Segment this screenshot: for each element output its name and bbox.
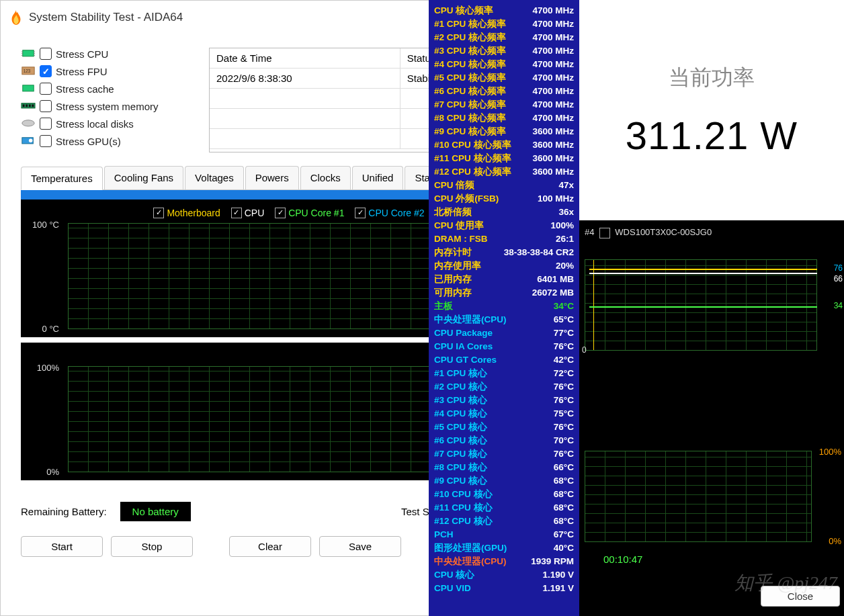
hwmon-row: #4 CPU 核心频率4700 MHz: [434, 58, 574, 71]
svg-point-17: [29, 139, 32, 142]
tab-voltages[interactable]: Voltages: [185, 166, 244, 189]
hwmon-row: CPU 使用率100%: [434, 219, 574, 232]
memory-icon: [21, 101, 36, 112]
window-title: System Stability Test - AIDA64: [29, 11, 183, 24]
hwmon-row: 内存计时38-38-38-84 CR2: [434, 246, 574, 259]
stress-cpu-label: Stress CPU: [56, 48, 108, 60]
stop-button[interactable]: Stop: [111, 536, 193, 557]
close-button[interactable]: Close: [761, 586, 840, 607]
svg-point-15: [22, 120, 34, 126]
tab-temperatures[interactable]: Temperatures: [21, 167, 103, 190]
rtick-66: 66: [834, 274, 843, 283]
hwmon-row: #6 CPU 核心频率4700 MHz: [434, 85, 574, 98]
stress-cache-label: Stress cache: [56, 83, 114, 95]
stress-memory-label: Stress system memory: [56, 101, 159, 112]
hwmon-row: CPU 外频(FSB)100 MHz: [434, 192, 574, 206]
stress-gpu-checkbox[interactable]: [40, 135, 52, 147]
hwmon-row: 内存使用率20%: [434, 259, 574, 273]
battery-value: No battery: [120, 502, 191, 521]
battery-label: Remaining Battery:: [21, 506, 107, 517]
hwmon-row: #5 CPU 核心76°C: [434, 421, 574, 434]
save-button[interactable]: Save: [319, 536, 401, 557]
stress-cpu-checkbox[interactable]: [40, 48, 52, 60]
hwmon-row: #5 CPU 核心频率4700 MHz: [434, 71, 574, 85]
elapsed-value: 00:10:47: [590, 549, 656, 569]
hwmon-row: #11 CPU 核心频率3600 MHz: [434, 152, 574, 165]
svg-rect-9: [23, 85, 34, 91]
legend-core1: CPU Core #1: [288, 208, 344, 218]
legend-ssd-checkbox[interactable]: [599, 228, 610, 238]
hwmon-row: 中央处理器(CPU)65°C: [434, 313, 574, 326]
tab-unified[interactable]: Unified: [352, 166, 404, 189]
right-chart-panel: #4 WDS100T3X0C-00SJG0 76 75 66 34 0 100%…: [579, 220, 844, 616]
tab-clocks[interactable]: Clocks: [300, 166, 351, 189]
legend-idx4: #4: [585, 227, 594, 237]
tab-cooling-fans[interactable]: Cooling Fans: [104, 166, 183, 189]
legend-cpu-checkbox[interactable]: [231, 208, 242, 218]
legend-ssd: WDS100T3X0C-00SJG0: [615, 227, 712, 237]
fpu-icon: 123: [21, 66, 36, 77]
ytick-0: 0 °C: [42, 324, 59, 334]
trace-yellow: [589, 269, 817, 270]
hwmon-row: #7 CPU 核心76°C: [434, 447, 574, 461]
stress-disk-checkbox[interactable]: [40, 118, 52, 130]
hwmon-row: 图形处理器(GPU)40°C: [434, 541, 574, 555]
th-datetime[interactable]: Date & Time: [210, 48, 400, 69]
rtick-0: 0: [582, 345, 587, 355]
svg-rect-3: [22, 55, 23, 56]
svg-rect-0: [23, 50, 34, 56]
ytick2-100: 100%: [37, 363, 59, 373]
power-panel: 当前功率 311.21 W: [579, 0, 844, 220]
legend-core1-checkbox[interactable]: [275, 208, 286, 218]
hwmon-row: #12 CPU 核心68°C: [434, 515, 574, 528]
stress-fpu-label: Stress FPU: [56, 66, 108, 77]
svg-rect-14: [32, 104, 34, 107]
r2tick-100: 100%: [819, 447, 841, 457]
hwmon-row: #2 CPU 核心76°C: [434, 380, 574, 394]
clear-button[interactable]: Clear: [229, 536, 311, 557]
stress-fpu-checkbox[interactable]: [40, 65, 52, 77]
legend-core2-checkbox[interactable]: [355, 208, 366, 218]
rtick-34: 34: [834, 301, 843, 310]
rtick-76: 76: [834, 263, 843, 273]
hwmon-row: #11 CPU 核心68°C: [434, 501, 574, 515]
hwmon-row: #2 CPU 核心频率4700 MHz: [434, 31, 574, 44]
hwmon-row: CPU Package77°C: [434, 326, 574, 340]
trace-white: [589, 273, 817, 274]
hwmon-row: DRAM : FSB26:1: [434, 232, 574, 246]
hwmon-row: #3 CPU 核心76°C: [434, 394, 574, 407]
hwmon-row: #4 CPU 核心75°C: [434, 407, 574, 421]
power-title: 当前功率: [669, 63, 755, 93]
svg-rect-4: [34, 52, 35, 52]
hwmon-row: #1 CPU 核心频率4700 MHz: [434, 17, 574, 31]
hwmon-row: 已用内存6401 MB: [434, 273, 574, 286]
hwmon-row: #9 CPU 核心频率3600 MHz: [434, 125, 574, 138]
svg-rect-11: [23, 104, 25, 107]
svg-rect-6: [34, 55, 35, 56]
hwmon-overlay: CPU 核心频率4700 MHz#1 CPU 核心频率4700 MHz#2 CP…: [429, 0, 579, 616]
hwmon-row: CPU VID1.191 V: [434, 582, 574, 595]
legend-motherboard-checkbox[interactable]: [153, 208, 164, 218]
hwmon-row: #7 CPU 核心频率4700 MHz: [434, 98, 574, 112]
stress-options: Stress CPU 123Stress FPU Stress cache St…: [21, 48, 196, 152]
hwmon-row: #6 CPU 核心70°C: [434, 434, 574, 447]
hwmon-row: 主板34°C: [434, 300, 574, 313]
tab-powers[interactable]: Powers: [245, 166, 299, 189]
stress-cache-checkbox[interactable]: [40, 83, 52, 95]
svg-rect-12: [26, 104, 28, 107]
hwmon-row: CPU IA Cores76°C: [434, 340, 574, 353]
start-button[interactable]: Start: [21, 536, 103, 557]
hwmon-row: #12 CPU 核心频率3600 MHz: [434, 165, 574, 179]
hwmon-row: PCH67°C: [434, 528, 574, 541]
svg-text:123: 123: [24, 69, 31, 73]
trace-green: [589, 306, 817, 308]
cache-icon: [21, 83, 36, 94]
hwmon-row: CPU 倍频47x: [434, 179, 574, 192]
hwmon-row: #9 CPU 核心68°C: [434, 474, 574, 488]
stress-memory-checkbox[interactable]: [40, 100, 52, 112]
disk-icon: [21, 118, 36, 129]
legend-core2: CPU Core #2: [368, 208, 424, 218]
svg-rect-13: [29, 104, 31, 107]
hwmon-row: #1 CPU 核心72°C: [434, 367, 574, 380]
cpu-chip-icon: [21, 48, 36, 59]
